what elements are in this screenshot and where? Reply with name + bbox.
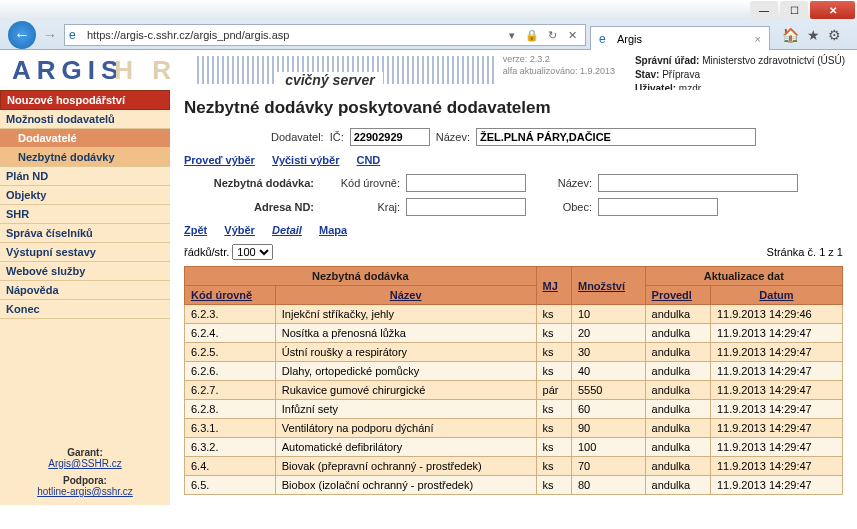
cell-prov: andulka bbox=[645, 457, 710, 476]
home-icon[interactable]: 🏠 bbox=[782, 27, 799, 43]
sidebar-item-nezbytne[interactable]: Nezbytné dodávky bbox=[0, 148, 170, 167]
browser-tab[interactable]: e Argis × bbox=[590, 26, 770, 50]
cell-mnoz: 70 bbox=[571, 457, 645, 476]
sidebar-item-konec[interactable]: Konec bbox=[0, 300, 170, 319]
tab-close-icon[interactable]: × bbox=[755, 33, 761, 45]
th-provedl[interactable]: Provedl bbox=[645, 286, 710, 305]
link-proved-vyber[interactable]: Proveď výběr bbox=[184, 154, 255, 166]
table-row[interactable]: 6.5.Biobox (izolační ochranný - prostřed… bbox=[185, 476, 843, 495]
nazev2-input[interactable] bbox=[598, 174, 798, 192]
cell-datum: 11.9.2013 14:29:47 bbox=[710, 381, 842, 400]
sidebar-section-nouzove: Nouzové hospodářství bbox=[0, 90, 170, 110]
cell-mj: ks bbox=[536, 343, 571, 362]
obec-input[interactable] bbox=[598, 198, 718, 216]
sidebar-item-vystupni[interactable]: Výstupní sestavy bbox=[0, 243, 170, 262]
cell-kod: 6.2.5. bbox=[185, 343, 276, 362]
link-vycisti-vyber[interactable]: Vyčisti výběr bbox=[272, 154, 339, 166]
cell-datum: 11.9.2013 14:29:47 bbox=[710, 343, 842, 362]
server-label: cvičný server bbox=[277, 72, 383, 88]
th-kod[interactable]: Kód úrovně bbox=[185, 286, 276, 305]
dropdown-icon[interactable]: ▾ bbox=[503, 26, 521, 44]
table-row[interactable]: 6.3.1.Ventilátory na podporu dýcháníks90… bbox=[185, 419, 843, 438]
cell-datum: 11.9.2013 14:29:47 bbox=[710, 438, 842, 457]
admin-value: Ministerstvo zdravotnictví (ÚSÚ) bbox=[702, 55, 845, 66]
table-row[interactable]: 6.2.3.Injekční stříkačky, jehlyks10andul… bbox=[185, 305, 843, 324]
favorites-icon[interactable]: ★ bbox=[807, 27, 820, 43]
nazev-input[interactable] bbox=[476, 128, 756, 146]
link-mapa[interactable]: Mapa bbox=[319, 224, 347, 236]
window-minimize-button[interactable]: — bbox=[750, 1, 778, 19]
state-label: Stav: bbox=[635, 69, 659, 80]
sidebar-item-plan[interactable]: Plán ND bbox=[0, 167, 170, 186]
kraj-input[interactable] bbox=[406, 198, 526, 216]
window-close-button[interactable]: ✕ bbox=[810, 1, 855, 19]
cell-nazev: Nosítka a přenosná lůžka bbox=[275, 324, 536, 343]
cell-nazev: Ventilátory na podporu dýchání bbox=[275, 419, 536, 438]
cell-prov: andulka bbox=[645, 362, 710, 381]
rows-select[interactable]: 100 bbox=[232, 244, 273, 260]
ie-icon: e bbox=[599, 32, 613, 46]
th-datum[interactable]: Datum bbox=[710, 286, 842, 305]
sidebar: Nouzové hospodářství Možnosti dodavatelů… bbox=[0, 90, 170, 505]
table-row[interactable]: 6.4.Biovak (přepravní ochranný - prostře… bbox=[185, 457, 843, 476]
link-cnd[interactable]: CND bbox=[356, 154, 380, 166]
window-maximize-button[interactable]: ☐ bbox=[780, 1, 808, 19]
cell-mnoz: 20 bbox=[571, 324, 645, 343]
back-button[interactable]: ← bbox=[8, 21, 36, 49]
link-vyber[interactable]: Výběr bbox=[224, 224, 255, 236]
cell-kod: 6.2.6. bbox=[185, 362, 276, 381]
cell-mj: ks bbox=[536, 476, 571, 495]
th-mj[interactable]: MJ bbox=[536, 267, 571, 305]
gear-icon[interactable]: ⚙ bbox=[828, 27, 841, 43]
podpora-link[interactable]: hotline-argis@sshr.cz bbox=[37, 486, 133, 497]
cell-kod: 6.4. bbox=[185, 457, 276, 476]
cell-mnoz: 100 bbox=[571, 438, 645, 457]
cell-prov: andulka bbox=[645, 305, 710, 324]
stop-icon[interactable]: ✕ bbox=[563, 26, 581, 44]
browser-toolbar: 🏠 ★ ⚙ bbox=[774, 27, 849, 43]
th-nazev[interactable]: Název bbox=[275, 286, 536, 305]
main-content: Nezbytné dodávky poskytované dodavatelem… bbox=[170, 90, 857, 505]
cell-mj: ks bbox=[536, 457, 571, 476]
th-group-nd: Nezbytná dodávka bbox=[185, 267, 537, 286]
table-row[interactable]: 6.2.5.Ústní roušky a respirátoryks30andu… bbox=[185, 343, 843, 362]
cell-kod: 6.2.8. bbox=[185, 400, 276, 419]
link-zpet[interactable]: Zpět bbox=[184, 224, 207, 236]
refresh-icon[interactable]: ↻ bbox=[543, 26, 561, 44]
address-bar[interactable]: e https://argis-c.sshr.cz/argis_pnd/argi… bbox=[64, 24, 586, 46]
kod-input[interactable] bbox=[406, 174, 526, 192]
cell-datum: 11.9.2013 14:29:47 bbox=[710, 324, 842, 343]
sidebar-item-webove[interactable]: Webové služby bbox=[0, 262, 170, 281]
cell-nazev: Ústní roušky a respirátory bbox=[275, 343, 536, 362]
table-row[interactable]: 6.3.2.Automatické defibrilátoryks100andu… bbox=[185, 438, 843, 457]
forward-button[interactable]: → bbox=[40, 25, 60, 45]
table-row[interactable]: 6.2.7.Rukavice gumové chirurgicképár5550… bbox=[185, 381, 843, 400]
cell-prov: andulka bbox=[645, 400, 710, 419]
cell-nazev: Automatické defibrilátory bbox=[275, 438, 536, 457]
nazev-label: Název: bbox=[436, 131, 470, 143]
cell-mj: ks bbox=[536, 438, 571, 457]
sidebar-item-sprava[interactable]: Správa číselníků bbox=[0, 224, 170, 243]
sidebar-item-dodavatele[interactable]: Dodavatelé bbox=[0, 129, 170, 148]
sidebar-item-napoveda[interactable]: Nápověda bbox=[0, 281, 170, 300]
ie-icon: e bbox=[69, 28, 83, 42]
cell-nazev: Biovak (přepravní ochranný - prostředek) bbox=[275, 457, 536, 476]
cell-datum: 11.9.2013 14:29:47 bbox=[710, 400, 842, 419]
cell-prov: andulka bbox=[645, 381, 710, 400]
th-mnozstvi[interactable]: Množství bbox=[571, 267, 645, 305]
garant-link[interactable]: Argis@SSHR.cz bbox=[48, 458, 122, 469]
sidebar-item-objekty[interactable]: Objekty bbox=[0, 186, 170, 205]
cell-mj: ks bbox=[536, 362, 571, 381]
table-row[interactable]: 6.2.8.Infůzní setyks60andulka11.9.2013 1… bbox=[185, 400, 843, 419]
cell-kod: 6.2.7. bbox=[185, 381, 276, 400]
table-row[interactable]: 6.2.4.Nosítka a přenosná lůžkaks20andulk… bbox=[185, 324, 843, 343]
table-row[interactable]: 6.2.6.Dlahy, ortopedické pomůckyks40andu… bbox=[185, 362, 843, 381]
window-titlebar: — ☐ ✕ bbox=[0, 0, 857, 20]
sidebar-item-shr[interactable]: SHR bbox=[0, 205, 170, 224]
ic-input[interactable] bbox=[350, 128, 430, 146]
kod-label: Kód úrovně: bbox=[320, 177, 400, 189]
version-text: verze: 2.3.2 bbox=[503, 54, 615, 66]
sidebar-item-moznosti[interactable]: Možnosti dodavatelů bbox=[0, 110, 170, 129]
link-detail[interactable]: Detail bbox=[272, 224, 302, 236]
cell-prov: andulka bbox=[645, 343, 710, 362]
